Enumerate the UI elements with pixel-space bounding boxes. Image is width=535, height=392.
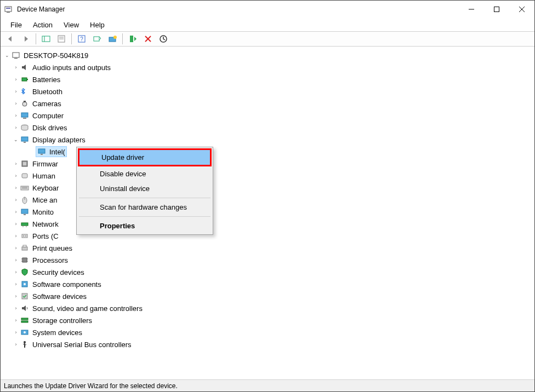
svg-point-49 [25, 235, 26, 237]
svg-rect-2 [7, 12, 10, 13]
expand-icon[interactable]: › [13, 76, 19, 83]
context-menu-separator [79, 198, 210, 198]
battery-icon [20, 75, 29, 84]
forward-button[interactable] [19, 32, 32, 45]
tree-category[interactable]: ›System devices [1, 326, 534, 338]
scan-hardware-button[interactable] [90, 32, 104, 45]
tree-category-label: Mice an [32, 196, 58, 204]
tree-root-label: DESKTOP-504K819 [24, 51, 88, 60]
tree-category-label: Keyboar [32, 184, 59, 192]
uninstall-device-button[interactable] [141, 32, 155, 45]
menu-action[interactable]: Action [27, 20, 58, 30]
tree-category[interactable]: ›Bluetooth [1, 85, 534, 97]
expand-icon[interactable]: › [13, 185, 19, 191]
tree-category[interactable]: ›Print queues [1, 242, 534, 254]
tree-category[interactable]: ›Processors [1, 254, 534, 266]
expand-icon[interactable]: › [13, 317, 19, 324]
monitor-icon [20, 207, 29, 216]
context-menu-item[interactable]: Properties [78, 218, 212, 233]
tree-device-label: Intel( [49, 148, 65, 156]
sound-icon [20, 304, 29, 313]
tree-category-label: Software components [32, 280, 101, 289]
tree-category[interactable]: ›Disk drives [1, 122, 534, 134]
expand-icon[interactable]: › [13, 329, 19, 336]
expand-icon[interactable]: › [13, 209, 19, 215]
expand-icon[interactable]: › [13, 341, 19, 348]
tree-category[interactable]: ›Security devices [1, 266, 534, 278]
back-button[interactable] [4, 32, 17, 45]
expand-icon[interactable]: › [13, 124, 19, 131]
titlebar: Device Manager [1, 1, 534, 18]
expand-icon[interactable]: › [13, 197, 19, 203]
toolbar-separator [122, 33, 123, 44]
tree-category[interactable]: ›Sound, video and game controllers [1, 302, 534, 314]
expand-icon[interactable]: › [13, 293, 19, 299]
tree-category[interactable]: ›Software components [1, 278, 534, 290]
help-button[interactable]: ? [75, 32, 88, 45]
tree-category-label: Cameras [32, 100, 61, 108]
tree-category[interactable]: ›Cameras [1, 97, 534, 109]
menu-file[interactable]: File [5, 20, 27, 30]
properties-button[interactable] [55, 32, 68, 45]
tree-category[interactable]: ›Audio inputs and outputs [1, 61, 534, 73]
expand-icon[interactable]: › [13, 100, 19, 107]
svg-rect-1 [6, 8, 10, 9]
context-menu-item[interactable]: Disable device [78, 166, 212, 181]
tree-category-label: Human [32, 172, 55, 180]
expand-icon[interactable]: › [13, 233, 19, 239]
context-menu-separator [79, 216, 210, 217]
menu-view[interactable]: View [58, 20, 84, 30]
tree-category-label: Print queues [32, 244, 72, 252]
expand-icon[interactable]: › [13, 281, 19, 287]
minimize-button[interactable] [459, 1, 484, 18]
maximize-button[interactable] [484, 1, 509, 18]
svg-point-25 [22, 102, 27, 106]
expand-icon[interactable]: › [13, 245, 19, 251]
collapse-icon[interactable]: ⌄ [4, 52, 10, 59]
expand-icon[interactable]: › [13, 64, 19, 71]
expand-icon[interactable]: › [13, 112, 19, 119]
update-driver-button[interactable] [106, 32, 119, 45]
context-menu-item[interactable]: Update driver [78, 148, 212, 166]
context-menu-item[interactable]: Scan for hardware changes [78, 200, 212, 215]
tree-category[interactable]: ›Computer [1, 109, 534, 122]
disable-device-button[interactable] [157, 32, 170, 45]
menu-help[interactable]: Help [84, 20, 110, 30]
bluetooth-icon [20, 87, 29, 96]
tree-root[interactable]: ⌄DESKTOP-504K819 [1, 49, 534, 61]
svg-rect-7 [42, 36, 50, 42]
tree-category[interactable]: ›Software devices [1, 290, 534, 302]
tree-pane[interactable]: ⌄DESKTOP-504K819›Audio inputs and output… [1, 47, 534, 379]
close-button[interactable] [509, 1, 534, 18]
expand-icon[interactable]: › [13, 221, 19, 227]
expand-icon[interactable]: › [13, 257, 19, 263]
show-hide-console-button[interactable] [39, 32, 53, 45]
tree-category[interactable]: ›Universal Serial Bus controllers [1, 338, 534, 350]
svg-rect-28 [23, 118, 26, 119]
expand-icon[interactable]: ⌄ [13, 136, 19, 143]
expand-icon[interactable]: › [13, 269, 19, 275]
tree-category-label: Bluetooth [32, 88, 62, 96]
storage-icon [20, 316, 29, 325]
svg-rect-36 [22, 174, 27, 178]
tree-category[interactable]: ›Storage controllers [1, 314, 534, 326]
processor-icon [20, 256, 29, 264]
tree-category-label: Storage controllers [32, 316, 92, 325]
svg-point-64 [24, 341, 26, 343]
svg-rect-61 [21, 321, 28, 322]
enable-device-button[interactable] [126, 32, 139, 45]
mouse-icon [20, 195, 29, 204]
expand-icon[interactable]: › [13, 88, 19, 95]
tree-category[interactable]: ⌄Display adapters [1, 134, 534, 146]
context-menu-item[interactable]: Uninstall device [78, 181, 212, 196]
expand-icon[interactable]: › [13, 305, 19, 312]
toolbar-separator [36, 33, 36, 44]
expand-icon[interactable]: › [13, 172, 19, 179]
tree-category[interactable]: ›Batteries [1, 73, 534, 85]
tree-category-label: Ports (C [32, 232, 59, 240]
menubar: File Action View Help [1, 18, 534, 31]
network-icon [20, 220, 29, 228]
svg-point-48 [23, 235, 24, 237]
svg-rect-30 [21, 137, 28, 141]
expand-icon[interactable]: › [13, 160, 19, 167]
